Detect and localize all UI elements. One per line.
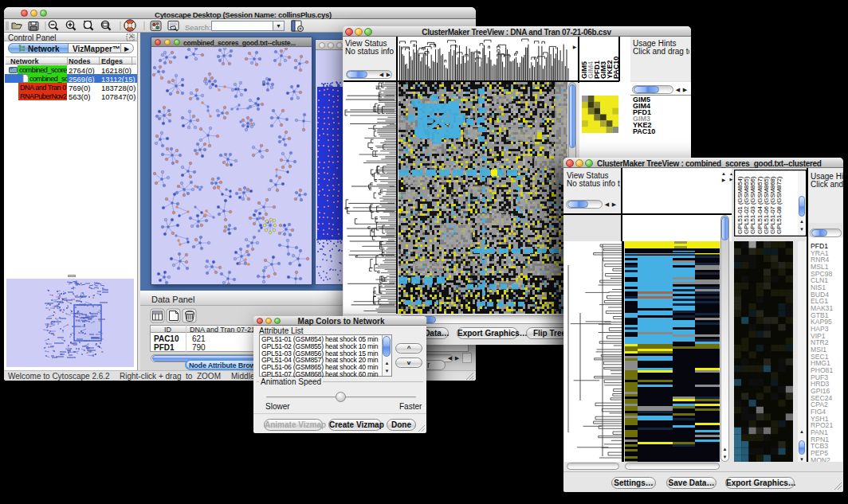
svg-text:MON2: MON2 bbox=[811, 456, 830, 463]
svg-text:GPL51-08 (GSM872): GPL51-08 (GSM872) bbox=[775, 176, 783, 234]
svg-text:PAC10: PAC10 bbox=[612, 57, 618, 79]
